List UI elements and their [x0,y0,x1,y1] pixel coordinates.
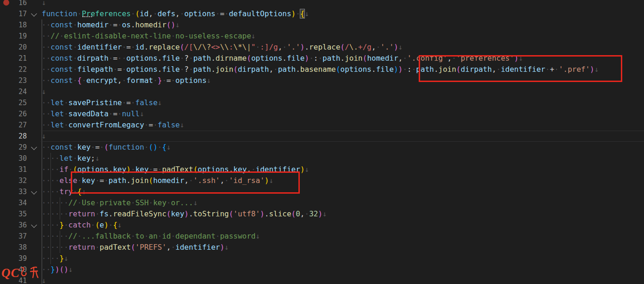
gutter[interactable]: 22 [0,64,41,75]
code-line-content[interactable]: ····}↓ [41,253,644,264]
code-token: , [372,43,376,51]
line-number[interactable]: 20 [0,42,27,53]
code-token: format [126,76,153,85]
gutter[interactable]: 24 [0,86,41,97]
whitespace-dot: · [304,209,309,218]
code-line-content[interactable]: ··const·identifier·=·id.replace(/[\/\?<>… [41,42,644,53]
code-token: , [175,9,180,18]
code-token: let [50,120,64,129]
line-number[interactable]: 32 [0,175,27,186]
whitespace-dot: · [42,232,46,240]
fold-chevron-down-icon[interactable] [31,144,37,150]
line-number[interactable]: 28 [0,131,27,142]
code-line-content[interactable]: ····}·catch·(e)·{↓ [41,220,644,231]
fold-chevron-down-icon[interactable] [31,11,37,17]
line-number[interactable]: 25 [0,97,27,108]
line-number[interactable]: 16 [0,0,27,8]
gutter[interactable]: 26 [0,108,41,120]
gutter[interactable]: 17 [0,8,41,19]
code-token: file [376,65,394,74]
line-number[interactable]: 35 [0,208,27,220]
eol-arrow-icon: ↓ [175,20,180,29]
line-number[interactable]: 37 [0,231,27,242]
gutter[interactable]: 32 [0,175,41,186]
line-number[interactable]: 36 [0,220,27,231]
code-line-content[interactable]: ↓ [41,0,644,8]
gutter[interactable]: 25 [0,97,41,108]
line-number[interactable]: 22 [0,64,27,75]
line-number[interactable]: 23 [0,75,27,86]
line-number[interactable]: 18 [0,19,27,31]
code-line-content[interactable]: ↓ [41,275,644,284]
code-line: 18··const·homedir·=·os.homedir()↓ [0,19,644,31]
gutter[interactable]: 39 [0,253,41,264]
line-number[interactable]: 39 [0,253,27,264]
gutter[interactable]: 35 [0,208,41,220]
eol-arrow-icon: ↓ [398,43,403,51]
code-line-content[interactable]: ··//·eslint-disable-next-line·no-useless… [41,31,644,42]
line-number[interactable]: 30 [0,153,27,164]
gutter[interactable]: 20 [0,42,41,53]
code-line-content[interactable]: ··let·savePristine·=·false↓ [41,97,644,108]
code-token: ( [167,20,171,29]
gutter[interactable]: 27 [0,120,41,131]
whitespace-dot: · [318,54,322,63]
code-line: 24↓ [0,86,644,97]
gutter[interactable]: 21 [0,53,41,64]
fold-chevron-down-icon[interactable] [31,222,37,228]
gutter[interactable]: 23 [0,75,41,86]
line-number[interactable]: 33 [0,186,27,197]
line-number[interactable]: 29 [0,142,27,153]
gutter[interactable]: 28 [0,131,41,142]
code-line-content[interactable]: ··})()↓ [41,264,644,275]
line-number[interactable]: 21 [0,53,27,64]
code-line-content[interactable]: ······return·fs.readFileSync(key).toStri… [41,208,644,220]
code-line-content[interactable]: ··const·homedir·=·os.homedir()↓ [41,19,644,31]
gutter[interactable]: 33 [0,186,41,197]
line-number[interactable]: 17 [0,8,27,19]
code-line: 16↓ [0,0,644,8]
whitespace-dot: · [55,232,60,240]
whitespace-dot: · [42,65,46,74]
gutter[interactable]: 38 [0,242,41,253]
whitespace-dot: · [42,143,46,151]
code-token: slice [269,209,291,218]
whitespace-dot: · [46,254,51,263]
code-line-content[interactable]: ··const·key·=·(function·()·{↓ [41,142,644,153]
code-line: 34······//·Use·private·SSH·key·or...↓ [0,197,644,208]
whitespace-dot: · [153,120,158,129]
code-line-content[interactable]: ······return·padText('PREFS',·identifier… [41,242,644,253]
gutter[interactable]: 31 [0,164,41,175]
line-number[interactable]: 24 [0,86,27,97]
whitespace-dot: · [73,54,77,63]
code-line-content[interactable]: ····let·key;↓ [41,153,644,164]
line-number[interactable]: 27 [0,120,27,131]
whitespace-dot: · [42,254,46,263]
whitespace-dot: · [122,76,126,85]
code-line-content[interactable]: ······//·...fallback·to·an·id·dependant·… [41,231,644,242]
gutter[interactable]: 29 [0,142,41,153]
gutter[interactable]: 16 [0,0,41,8]
code-line-content[interactable]: ··let·convertFromLegacy·=·false↓ [41,120,644,131]
gutter[interactable]: 37 [0,231,41,242]
line-number[interactable]: 34 [0,197,27,208]
whitespace-dot: · [189,65,193,74]
fold-chevron-down-icon[interactable] [31,189,37,195]
code-line-content[interactable]: ↓ [41,131,644,142]
gutter[interactable]: 34 [0,197,41,208]
code-line-content[interactable]: ······//·Use·private·SSH·key·or...↓ [41,197,644,208]
gutter[interactable]: 19 [0,31,41,42]
line-number[interactable]: 26 [0,108,27,120]
line-number[interactable]: 19 [0,31,27,42]
whitespace-dot: · [282,43,287,51]
code-token: dirname [216,54,247,63]
line-number[interactable]: 31 [0,164,27,175]
code-line-content[interactable]: ··let·savedData·=·null↓ [41,108,644,120]
gutter[interactable]: 36 [0,220,41,231]
code-line-content[interactable]: function·Preferences·(id,·defs,·options·… [41,8,644,19]
gutter[interactable]: 18 [0,19,41,31]
gutter[interactable]: 30 [0,153,41,164]
line-number[interactable]: 38 [0,242,27,253]
code-line: 29··const·key·=·(function·()·{↓ [0,142,644,153]
code-line-content[interactable]: ↓ [41,86,644,97]
